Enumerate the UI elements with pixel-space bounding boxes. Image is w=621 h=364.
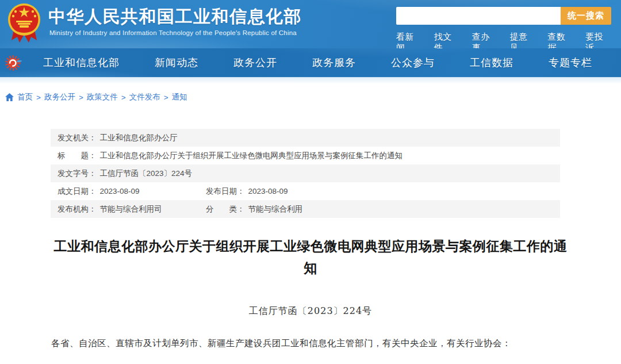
site-subtitle: Ministry of Industry and Information Tec… [49,29,297,36]
meta-row-doc-number: 发文字号： 工信厅节函〔2023〕224号 [51,164,560,182]
meta-row-agency-category: 发布机构： 节能与综合利用司 分 类： 节能与综合利用 [51,200,560,218]
meta-label: 标 题： [57,151,97,161]
search-area: 统一搜索 看新闻 找文件 查办事 提意见 查数据 要投诉 [396,7,611,53]
document-meta-table: 发文机关： 工业和信息化部办公厅 标 题： 工业和信息化部办公厅关于组织开展工业… [51,129,560,218]
site-header: 中华人民共和国工业和信息化部 Ministry of Industry and … [0,0,621,48]
document-body-paragraph: 各省、自治区、直辖市及计划单列市、新疆生产建设兵团工业和信息化主管部门，有关中央… [33,336,588,351]
meta-label: 发布日期： [206,186,245,197]
nav-item-news[interactable]: 新闻动态 [155,56,198,70]
meta-value: 节能与综合利用司 [100,204,162,214]
meta-value: 工业和信息化部办公厅关于组织开展工业绿色微电网典型应用场景与案例征集工作的通知 [100,151,403,161]
site-title[interactable]: 中华人民共和国工业和信息化部 [48,5,302,29]
unified-search-input[interactable] [396,7,561,25]
home-icon[interactable] [5,93,14,101]
meta-row-dates: 成文日期： 2023-08-09 发布日期： 2023-08-09 [51,182,560,200]
breadcrumb-gov-affairs[interactable]: 政务公开 [44,92,75,102]
breadcrumb-document-release[interactable]: 文件发布 [129,92,160,102]
breadcrumb-separator: > [79,93,83,102]
meta-value: 节能与综合利用 [248,204,303,214]
meta-row-title: 标 题： 工业和信息化部办公厅关于组织开展工业绿色微电网典型应用场景与案例征集工… [51,147,560,164]
meta-row-issuing-office: 发文机关： 工业和信息化部办公厅 [51,129,560,147]
nav-item-gov-affairs[interactable]: 政务公开 [233,56,277,70]
document-title: 工业和信息化部办公厅关于组织开展工业绿色微电网典型应用场景与案例征集工作的通知 [50,235,571,279]
breadcrumb-separator: > [36,93,41,102]
breadcrumb: 首页 > 政务公开 > 政策文件 > 文件发布 > 通知 [5,92,621,102]
breadcrumb-home[interactable]: 首页 [17,92,33,102]
breadcrumb-notice: 通知 [172,92,187,102]
breadcrumb-separator: > [121,93,126,102]
meta-label: 分 类： [206,204,245,214]
meta-label: 发布机构： [57,204,97,214]
nav-item-participation[interactable]: 公众参与 [391,56,435,70]
meta-label: 发文机关： [57,133,97,143]
meta-value: 2023-08-09 [100,187,140,196]
main-nav: 工业和信息化部 新闻动态 政务公开 政务服务 公众参与 工信数据 专题专栏 [0,48,621,77]
meta-value: 工信厅节函〔2023〕224号 [100,168,193,179]
nav-bottom-strip [0,77,621,84]
unified-search-button[interactable]: 统一搜索 [561,7,611,25]
breadcrumb-policy-documents[interactable]: 政策文件 [87,92,118,102]
meta-label: 成文日期： [57,186,97,197]
nav-item-miit[interactable]: 工业和信息化部 [43,56,120,70]
gov-e-gear-icon [5,54,23,72]
nav-item-miit-data[interactable]: 工信数据 [470,56,513,70]
meta-value: 工业和信息化部办公厅 [100,133,178,143]
breadcrumb-separator: > [164,93,168,102]
document-number: 工信厅节函〔2023〕224号 [0,305,621,317]
nav-item-special-topics[interactable]: 专题专栏 [549,56,592,70]
nav-item-gov-services[interactable]: 政务服务 [312,56,356,70]
national-emblem-icon [6,2,43,45]
meta-value: 2023-08-09 [248,187,288,196]
meta-label: 发文字号： [57,168,97,179]
